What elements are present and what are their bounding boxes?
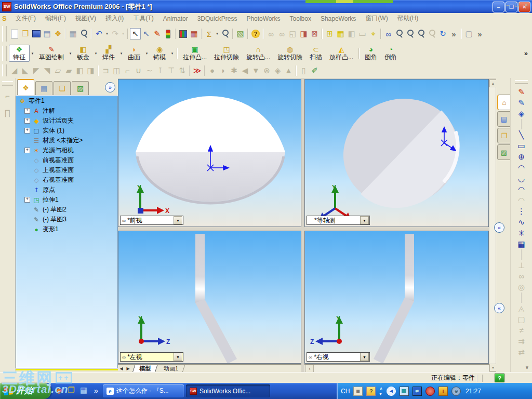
taskpane-library-tab[interactable]: ❐ — [497, 128, 510, 143]
move-entities-icon[interactable]: ⇄ — [516, 347, 527, 357]
shape-icon[interactable]: ◧ — [74, 65, 85, 76]
menu-item[interactable]: 工具(T) — [128, 14, 158, 23]
tree-item[interactable]: ◇ 前视基准面 — [16, 155, 117, 165]
tree-item[interactable]: ◇ 右视基准面 — [16, 175, 117, 185]
tree-item[interactable]: ↥ 原点 — [16, 185, 117, 195]
start-button[interactable]: 开始 — [0, 383, 51, 399]
quickpress-lamp-icon[interactable]: ⌖ — [368, 28, 379, 39]
toolbar-grip[interactable] — [2, 81, 12, 86]
hidden-icons-chevron[interactable]: ∧▾ — [379, 386, 383, 396]
pattern-circular-icon[interactable]: ◗ — [218, 65, 229, 76]
menu-item[interactable]: ShapeWorks — [316, 15, 361, 22]
stacked-view-icon[interactable]: ⌐ — [2, 90, 13, 101]
toolbar-grip[interactable] — [515, 80, 528, 84]
mirror-entities-icon[interactable]: ◎ — [516, 282, 527, 292]
expand-icon[interactable]: + — [24, 108, 30, 114]
fillet-button[interactable]: ◕ 圆角 — [361, 45, 381, 62]
tree-item[interactable]: ● 变形1 — [16, 224, 117, 234]
circle-icon[interactable]: ⊕ — [516, 151, 527, 162]
print-icon[interactable]: ▦ — [68, 28, 78, 39]
ime-help-icon[interactable]: ? — [366, 387, 376, 396]
clock[interactable]: 21:27 — [466, 388, 481, 395]
ref-geometry-icon[interactable]: ◈ — [272, 65, 283, 76]
scroll-down-icon[interactable]: ▼ — [489, 364, 497, 371]
more-tools-icon[interactable]: ∨ — [525, 364, 529, 370]
expand-icon[interactable]: + — [24, 148, 30, 153]
quickpress-plate-icon[interactable]: ▭ — [357, 28, 368, 39]
taskpane-palette-tab[interactable]: ▨ — [497, 144, 510, 160]
instant3d-icon[interactable]: ▯ — [298, 65, 309, 76]
wrap-icon[interactable]: ∪ — [133, 65, 144, 76]
view-selector-right[interactable]: ∞ *右视 ▼ — [307, 352, 370, 362]
dome-icon[interactable]: ▰ — [63, 65, 74, 76]
tab-model[interactable]: 模型 — [132, 365, 158, 373]
revolve-cut-button[interactable]: ◍ 旋转切除 — [274, 45, 306, 62]
view-dropdown-button[interactable]: ▼ — [174, 216, 182, 224]
doc-close-button[interactable]: ✕ — [523, 2, 530, 8]
menu-item[interactable]: Toolbox — [285, 15, 316, 22]
collapse-toolbar-button[interactable]: « — [494, 303, 504, 313]
toolbar-grip[interactable] — [2, 26, 7, 42]
line-icon[interactable]: ╲ — [516, 129, 527, 140]
text-icon[interactable]: ▦ — [516, 238, 527, 249]
tee-icon[interactable]: ⊺ — [155, 65, 166, 76]
collapse-taskpane-button[interactable]: « — [494, 222, 504, 233]
scheduler-icon[interactable] — [425, 387, 435, 396]
save-icon[interactable] — [31, 28, 42, 39]
tree-item[interactable]: ◇ 上视基准面 — [16, 165, 117, 175]
spline-icon[interactable]: ∿ — [516, 217, 527, 228]
three-point-arc-icon[interactable]: ◠ — [516, 184, 527, 195]
options-icon[interactable]: ▧ — [235, 28, 246, 39]
command-tab-dropdown[interactable]: ▾ — [144, 45, 150, 62]
keyboard-icon[interactable]: ▦ — [353, 387, 363, 396]
folder-icon[interactable]: ❐ — [66, 385, 76, 395]
help-icon[interactable]: ? — [251, 30, 260, 38]
open-icon[interactable]: ❐ — [20, 28, 31, 39]
quickpress-run-icon[interactable]: ≫ — [192, 65, 203, 76]
hole-wizard-icon[interactable]: ⊐ — [100, 65, 111, 76]
zoom-to-selection-icon[interactable] — [220, 28, 231, 39]
view-selector-isometric[interactable]: *等轴测 ▼ — [307, 216, 370, 225]
command-tab-dropdown[interactable]: ▾ — [169, 45, 175, 62]
draft-icon[interactable]: ◥ — [42, 65, 52, 76]
view-dropdown-button[interactable]: ▼ — [360, 216, 369, 224]
point-icon[interactable]: ✳ — [516, 228, 527, 238]
photoworks-preview-icon[interactable]: ◱ — [287, 28, 298, 39]
status-help-icon[interactable]: ? — [495, 374, 504, 382]
tree-item[interactable]: ☰ 材质 <未指定> — [16, 136, 117, 145]
scroll-left-icon[interactable]: ‹ — [305, 365, 314, 373]
hide-icons-button[interactable]: ◂ — [387, 387, 396, 396]
print-preview-icon[interactable] — [78, 28, 89, 39]
command-tab-dropdown[interactable]: ▾ — [68, 45, 73, 62]
command-tab-dropdown[interactable]: ▾ — [118, 45, 124, 62]
tree-item[interactable]: + A 注解 — [16, 106, 117, 116]
tree-item[interactable]: + ◆ 设计活页夹 — [16, 116, 117, 126]
taskbar-item-solidworks[interactable]: SW SolidWorks Offic... — [186, 384, 270, 397]
edit-texture-icon[interactable]: ▦ — [189, 28, 200, 39]
menu-item[interactable]: 帮助(H) — [393, 14, 423, 23]
view-dropdown-button[interactable]: ▼ — [360, 353, 369, 361]
menu-item[interactable]: 窗口(W) — [361, 14, 392, 23]
sweep-button[interactable]: ⊂ 扫描 — [306, 45, 326, 62]
photoworks-clear-icon[interactable]: ⊠ — [309, 28, 320, 39]
taskbar-item-browser[interactable]: e 这个怎么作 - 『S... — [103, 384, 184, 397]
rotate-view-icon[interactable]: ↻ — [437, 28, 448, 39]
view-dropdown-button[interactable]: ▼ — [174, 353, 182, 361]
offset-entities-icon[interactable]: ▢ — [516, 314, 527, 325]
chamfer-button[interactable]: ◔ 倒角 — [381, 45, 401, 62]
anchor-icon[interactable]: ⊤ — [166, 65, 177, 76]
cut-extrude-button[interactable]: ◳ 拉伸切除 — [210, 45, 243, 62]
modify-sketch-icon[interactable]: ◈ — [516, 108, 527, 119]
scroll-up-icon[interactable]: ▲ — [489, 79, 497, 87]
deform-icon[interactable]: ◨ — [85, 65, 96, 76]
redo-icon[interactable]: ↷ — [110, 28, 121, 39]
zoom-area-icon[interactable] — [405, 28, 416, 39]
centerline-icon[interactable]: ⋮ — [516, 206, 527, 217]
expand-icon[interactable]: + — [24, 118, 30, 124]
globe-icon[interactable]: ⊕ — [451, 387, 461, 396]
redo-dropdown-icon[interactable]: ▾ — [121, 28, 126, 39]
sketch-fillet-icon[interactable]: ◠ — [516, 195, 527, 206]
show-desktop-icon[interactable]: ▦ — [79, 385, 88, 395]
undo-dropdown-icon[interactable]: ▾ — [104, 28, 110, 39]
trim-entities-icon[interactable]: ≠ — [516, 325, 527, 336]
